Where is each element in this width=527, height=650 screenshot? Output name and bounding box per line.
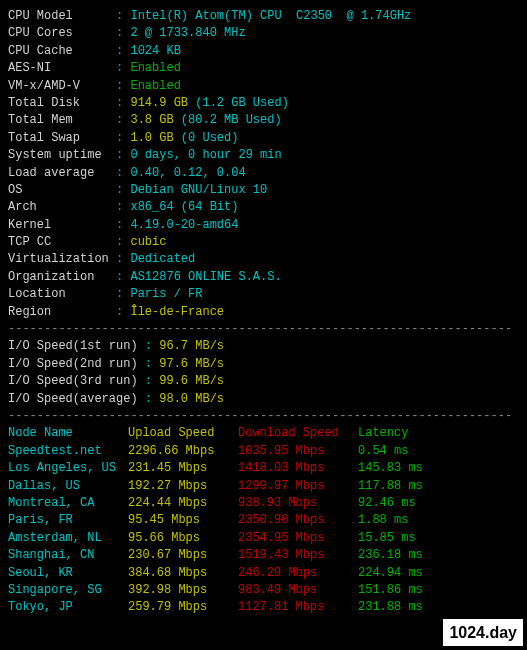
info-row: Region : Île-de-France (8, 304, 519, 321)
info-row: Total Disk : 914.9 GB (1.2 GB Used) (8, 95, 519, 112)
io-row: I/O Speed(average) : 98.0 MB/s (8, 391, 519, 408)
info-value: Intel(R) Atom(TM) CPU C2350 @ 1.74GHz (130, 9, 411, 23)
upload-speed: 231.45 Mbps (128, 460, 238, 477)
header-download: Download Speed (238, 425, 358, 442)
speedtest-row: Speedtest.net2296.66 Mbps1035.95 Mbps0.5… (8, 443, 519, 460)
upload-speed: 224.44 Mbps (128, 495, 238, 512)
info-key: CPU Model (8, 8, 116, 25)
speedtest-row: Tokyo, JP259.79 Mbps1127.81 Mbps231.88 m… (8, 599, 519, 616)
io-value: 97.6 MB/s (159, 357, 224, 371)
colon: : (116, 235, 130, 249)
colon: : (145, 339, 159, 353)
speedtest-row: Montreal, CA224.44 Mbps938.93 Mbps92.46 … (8, 495, 519, 512)
info-key: Load average (8, 165, 116, 182)
info-value-part: 1.0 GB (130, 131, 180, 145)
info-row: Total Mem : 3.8 GB (80.2 MB Used) (8, 112, 519, 129)
separator: ----------------------------------------… (8, 408, 519, 425)
info-value: 1024 KB (130, 44, 180, 58)
speedtest-row: Amsterdam, NL95.66 Mbps2354.95 Mbps15.85… (8, 530, 519, 547)
io-key: I/O Speed(2nd run) (8, 356, 145, 373)
colon: : (116, 148, 130, 162)
info-value: 4.19.0-20-amd64 (130, 218, 238, 232)
info-key: OS (8, 182, 116, 199)
info-value: AS12876 ONLINE S.A.S. (130, 270, 281, 284)
info-row: Organization : AS12876 ONLINE S.A.S. (8, 269, 519, 286)
system-info-block: CPU Model : Intel(R) Atom(TM) CPU C2350 … (8, 8, 519, 321)
info-value: Île-de-France (130, 305, 224, 319)
latency: 231.88 ms (358, 599, 423, 616)
info-value: Debian GNU/Linux 10 (130, 183, 267, 197)
node-name: Speedtest.net (8, 443, 128, 460)
info-key: AES-NI (8, 60, 116, 77)
colon: : (116, 252, 130, 266)
latency: 117.88 ms (358, 478, 423, 495)
colon: : (116, 79, 130, 93)
io-row: I/O Speed(2nd run) : 97.6 MB/s (8, 356, 519, 373)
upload-speed: 392.98 Mbps (128, 582, 238, 599)
info-value-part: 914.9 GB (130, 96, 195, 110)
info-row: Kernel : 4.19.0-20-amd64 (8, 217, 519, 234)
io-row: I/O Speed(3rd run) : 99.6 MB/s (8, 373, 519, 390)
speedtest-block: Speedtest.net2296.66 Mbps1035.95 Mbps0.5… (8, 443, 519, 617)
info-value: Enabled (130, 79, 180, 93)
latency: 236.18 ms (358, 547, 423, 564)
info-key: Total Disk (8, 95, 116, 112)
info-key: Organization (8, 269, 116, 286)
colon: : (116, 166, 130, 180)
info-row: CPU Cache : 1024 KB (8, 43, 519, 60)
download-speed: 246.29 Mbps (238, 565, 358, 582)
node-name: Singapore, SG (8, 582, 128, 599)
info-row: AES-NI : Enabled (8, 60, 519, 77)
download-speed: 983.49 Mbps (238, 582, 358, 599)
io-value: 99.6 MB/s (159, 374, 224, 388)
colon: : (116, 287, 130, 301)
download-speed: 1035.95 Mbps (238, 443, 358, 460)
colon: : (116, 113, 130, 127)
latency: 224.94 ms (358, 565, 423, 582)
info-key: Total Swap (8, 130, 116, 147)
info-value-part: 2 (130, 26, 137, 40)
info-value: x86_64 (64 Bit) (130, 200, 238, 214)
speedtest-row: Paris, FR95.45 Mbps2350.90 Mbps1.88 ms (8, 512, 519, 529)
colon: : (116, 270, 130, 284)
latency: 145.83 ms (358, 460, 423, 477)
info-key: CPU Cache (8, 43, 116, 60)
info-key: Kernel (8, 217, 116, 234)
colon: : (116, 61, 130, 75)
watermark: 1024.day (443, 619, 523, 625)
info-key: Total Mem (8, 112, 116, 129)
download-speed: 1418.03 Mbps (238, 460, 358, 477)
io-key: I/O Speed(average) (8, 391, 145, 408)
colon: : (116, 183, 130, 197)
download-speed: 2354.95 Mbps (238, 530, 358, 547)
header-node: Node Name (8, 425, 128, 442)
speedtest-row: Singapore, SG392.98 Mbps983.49 Mbps151.8… (8, 582, 519, 599)
info-value: Paris / FR (130, 287, 202, 301)
download-speed: 2350.90 Mbps (238, 512, 358, 529)
colon: : (116, 200, 130, 214)
info-value-part: (80.2 MB Used) (181, 113, 282, 127)
info-row: VM-x/AMD-V : Enabled (8, 78, 519, 95)
upload-speed: 2296.66 Mbps (128, 443, 238, 460)
info-row: Total Swap : 1.0 GB (0 Used) (8, 130, 519, 147)
download-speed: 1127.81 Mbps (238, 599, 358, 616)
info-key: Arch (8, 199, 116, 216)
info-row: CPU Cores : 2 @ 1733.840 MHz (8, 25, 519, 42)
node-name: Amsterdam, NL (8, 530, 128, 547)
io-value: 96.7 MB/s (159, 339, 224, 353)
node-name: Montreal, CA (8, 495, 128, 512)
colon: : (116, 131, 130, 145)
info-key: CPU Cores (8, 25, 116, 42)
info-value-part: @ 1733.840 MHz (138, 26, 246, 40)
info-key: Location (8, 286, 116, 303)
colon: : (116, 305, 130, 319)
info-value: 0.40, 0.12, 0.04 (130, 166, 245, 180)
info-value-part: (0 Used) (181, 131, 239, 145)
colon: : (116, 96, 130, 110)
io-value: 98.0 MB/s (159, 392, 224, 406)
info-value: cubic (130, 235, 166, 249)
header-latency: Latency (358, 425, 408, 442)
info-value: Dedicated (130, 252, 195, 266)
info-row: Load average : 0.40, 0.12, 0.04 (8, 165, 519, 182)
colon: : (116, 218, 130, 232)
